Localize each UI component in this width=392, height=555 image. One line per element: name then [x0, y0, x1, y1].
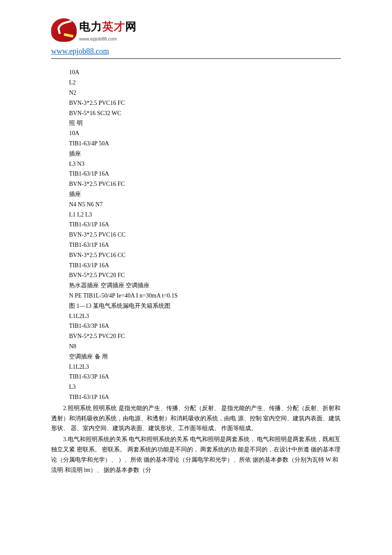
text-line: L3 N3: [51, 159, 341, 169]
text-line: L1L2L3: [51, 311, 341, 321]
paragraph: 2.照明系统 照明系统 是指光能的产生、传播、分配（反射、 是指光能的产生、传播…: [51, 403, 341, 434]
text-line: TIB1-63/1P 16A: [51, 240, 341, 250]
text-line: TIB1-63/1P 16A: [51, 220, 341, 230]
text-line: N8: [51, 341, 341, 352]
text-line: BVN-5*2.5 PVC20 FC: [51, 331, 341, 341]
site-url-link[interactable]: www.epjob88.com: [51, 45, 341, 58]
text-line: L1 L2 L3: [51, 210, 341, 220]
text-line: N2: [51, 88, 341, 98]
logo-url-small: www.epjob88.com: [79, 35, 137, 43]
text-line: 照 明: [51, 118, 341, 128]
logo-cn-highlight: 英才: [102, 20, 125, 33]
text-line: N4 N5 N6 N7: [51, 199, 341, 210]
site-logo-icon: [51, 18, 77, 42]
text-line: 热水器插座 空调插座 空调插座: [51, 280, 341, 291]
logo-cn-part2: 网: [125, 20, 137, 33]
text-line: BVN-3*2.5 PVC16 CC: [51, 250, 341, 260]
text-line: TIB1-63/4P 50A: [51, 139, 341, 149]
text-line: BVN-3*2.5 PVC16 FC: [51, 98, 341, 108]
header-divider: [51, 58, 341, 59]
text-line: L1L2L3: [51, 362, 341, 372]
text-line: BVN-5*16 SC32 WC: [51, 108, 341, 119]
site-logo-text: 电力英才网 www.epjob88.com: [79, 17, 137, 43]
text-line: TIB1-63/1P 16A: [51, 392, 341, 402]
text-line: 10A: [51, 67, 341, 78]
document-body: 10A L2 N2 BVN-3*2.5 PVC16 FC BVN-5*16 SC…: [51, 67, 341, 475]
text-line: 插座: [51, 149, 341, 159]
text-line: 10A: [51, 128, 341, 139]
text-line: TIB1-63/3P 16A: [51, 372, 341, 382]
text-line: N PE TIB1L-50/4P Ie=40A I n=30mA t=0.1S: [51, 291, 341, 301]
text-line: 图 1—13 某电气系统漏电开关箱系统图: [51, 301, 341, 311]
paragraph: 3.电气和照明系统的关系 电气和照明系统的关系 电气和照明是两套系统， 电气和照…: [51, 434, 341, 475]
text-line: BVN-3*2.5 PVC16 CC: [51, 230, 341, 240]
text-line: L3: [51, 382, 341, 392]
text-line: TIB1-63/3P 16A: [51, 321, 341, 331]
text-line: BVN-5*2.5 PVC20 FC: [51, 270, 341, 280]
logo-cn-part1: 电力: [79, 20, 102, 33]
text-line: L2: [51, 78, 341, 88]
text-line: TIB1-63/1P 16A: [51, 169, 341, 179]
text-line: TIB1-63/1P 16A: [51, 260, 341, 271]
text-line: 插座: [51, 189, 341, 199]
text-line: 空调插座 备 用: [51, 352, 341, 362]
text-line: BVN-3*2.5 PVC16 FC: [51, 179, 341, 189]
